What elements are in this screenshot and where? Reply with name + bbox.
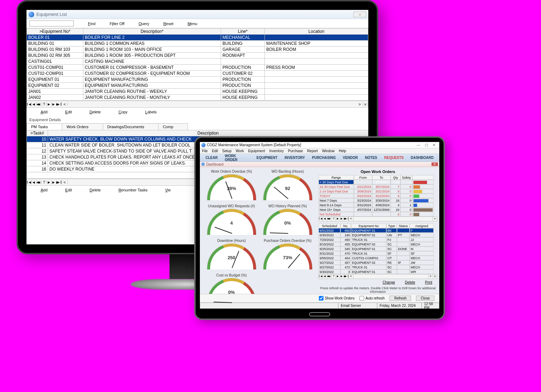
find-menu[interactable]: Find — [88, 22, 95, 26]
menu-report[interactable]: Report — [307, 149, 318, 153]
range-row[interactable]: 15-30 Days Past Due 2/21/2024 3/07/2024 … — [319, 184, 437, 189]
gauge-dial[interactable]: 92 — [263, 174, 313, 200]
schedule-row[interactable]: 9/27/2022 457 EQUIPMENT 02 RE IP JW — [319, 260, 437, 265]
menu-work[interactable]: Work — [236, 149, 244, 153]
table-row[interactable]: JAN01JANITOR CLEANING ROUTINE - WEEKLYHO… — [27, 89, 368, 95]
table-row[interactable]: EQUIPMENT 02EQUIPMENT MANUFACTURINGPRODU… — [27, 83, 368, 89]
nav-fastback-icon[interactable]: ◄◄ — [32, 102, 37, 106]
gauge[interactable]: Unassigned WO Requests (#) 4 — [204, 204, 259, 238]
table-row[interactable]: CUST01-COMP01CUSTOMER 01 COMPRESSOR - BA… — [27, 65, 368, 71]
nav-first-icon[interactable]: I◄ — [27, 102, 32, 106]
menu-inventory[interactable]: Inventory — [269, 149, 284, 153]
ribbon-requests[interactable]: REQUESTS — [384, 156, 404, 160]
minimize-button[interactable]: — — [415, 143, 422, 147]
nav-fwd-icon[interactable]: ► — [47, 102, 52, 106]
edit-button[interactable]: Edit — [65, 110, 72, 114]
nav-scroll-right-icon[interactable]: > — [357, 102, 363, 106]
col-line[interactable]: Line* — [221, 29, 265, 35]
search-input[interactable] — [29, 20, 74, 26]
nav-scroll-left-icon[interactable]: < — [61, 180, 68, 184]
schedule-row[interactable]: 9/30/2022 3 EQUIPMENT 01 SC WR — [319, 269, 437, 274]
hdr-type[interactable]: Type — [386, 224, 397, 228]
hdr-safety[interactable]: Safety — [400, 175, 412, 180]
hdr-scheduled[interactable]: Scheduled — [319, 224, 340, 228]
change-link[interactable]: Change — [383, 280, 395, 284]
hdr-range[interactable]: Range — [319, 175, 354, 180]
col-task-no[interactable]: >Task# — [27, 130, 48, 136]
print-link[interactable]: Print — [425, 280, 432, 284]
sub-close-button[interactable]: ✕ — [432, 162, 438, 166]
tab-work-orders[interactable]: Work Orders — [62, 123, 103, 130]
menu-file[interactable]: File — [202, 149, 208, 153]
add-button[interactable]: Add — [41, 110, 48, 114]
gauge[interactable]: Downtime (Hours) 250 — [204, 239, 259, 273]
ribbon-dashboard[interactable]: DASHBOARD — [411, 156, 434, 160]
schedule-row[interactable]: 6/30/2022 190 EQUIPMENT 01 UN PT MECH — [319, 233, 437, 237]
menu-window[interactable]: Window — [322, 149, 335, 153]
tablet-home-button[interactable] — [309, 312, 330, 316]
query-menu[interactable]: Query — [138, 22, 149, 26]
nav-help-icon[interactable]: ? — [42, 180, 47, 184]
nav-last-icon[interactable]: ►I — [344, 274, 349, 279]
copy-button[interactable]: Copy — [118, 110, 127, 114]
nav-fastfwd-icon[interactable]: ►► — [52, 102, 57, 106]
table-row[interactable]: BUILDING 01BUILDING 1 COMMON AREASBUILDI… — [27, 41, 368, 47]
grid-navigator[interactable]: I◄ ◄◄ ◄ ? ► ►► ►I < > v — [26, 101, 368, 108]
close-button[interactable]: ✕ — [430, 143, 438, 147]
range-navigator[interactable]: I◄◄◄◄?►►►►I < > — [319, 216, 437, 221]
menu-help[interactable]: Help — [339, 149, 346, 153]
schedule-row[interactable]: 7/29/2022 460 TRUCK 01 PJ JJ — [319, 237, 437, 242]
gauge[interactable]: WO Backlog (Hours) 92 — [260, 170, 315, 203]
tab-components[interactable]: Comp — [158, 123, 188, 130]
tab-pm-tasks[interactable]: PM Tasks — [26, 123, 62, 130]
nav-first-icon[interactable]: I◄ — [27, 180, 32, 184]
pm-edit-button[interactable]: Edit — [65, 188, 72, 192]
table-row[interactable]: CUST02-COMP01CUSTOMER 02 COMPRESSOR - EQ… — [27, 71, 368, 77]
pm-view-button[interactable]: Vie — [165, 188, 171, 192]
ribbon-notes[interactable]: NOTES — [365, 156, 377, 160]
pm-add-button[interactable]: Add — [41, 188, 48, 192]
pm-renumber-button[interactable]: Renumber Tasks — [118, 188, 147, 192]
hdr-status[interactable]: Status — [397, 224, 410, 228]
close-button[interactable]: ⨉ — [353, 12, 366, 17]
ribbon-purchasing[interactable]: PURCHASING — [312, 156, 336, 160]
gauge[interactable]: Purchase Orders Overdue (%) 73% — [260, 239, 315, 273]
gauge-dial[interactable]: 4 — [207, 209, 256, 235]
col-task-desc[interactable]: Description — [48, 130, 368, 136]
nav-first-icon[interactable]: I◄ — [319, 217, 323, 221]
ribbon-work-order[interactable]: WORK ORDER — [225, 154, 249, 162]
nav-last-icon[interactable]: ►I — [344, 217, 349, 221]
schedule-row[interactable]: 9/27/2022 472 TRUCK 01 SC MECH — [319, 265, 437, 269]
table-row[interactable]: BOILER 01BOILER FOR LINE 2MECHANICAL — [27, 35, 368, 41]
ribbon-equipment[interactable]: EQUIPMENT — [256, 156, 277, 160]
nav-last-icon[interactable]: ►I — [57, 180, 61, 184]
gauge-dial[interactable]: 0% — [263, 209, 313, 235]
auto-refresh-checkbox[interactable]: Auto refresh — [359, 296, 385, 301]
maximize-button[interactable]: ▢ — [422, 143, 430, 147]
ribbon-clear[interactable]: CLEAR — [206, 156, 218, 160]
nav-first-icon[interactable]: I◄ — [319, 274, 323, 279]
menu-edit[interactable]: Edit — [212, 149, 218, 153]
table-row[interactable]: BUILDING 01 RM 103BUILDING 1 ROOM 103 - … — [27, 47, 368, 53]
schedule-row[interactable]: 8/31/2022 470 TRUCK 01 SF SF — [319, 251, 437, 256]
reset-menu[interactable]: Reset — [163, 22, 173, 26]
table-row[interactable]: JAN02JANITOR CLEANING ROUTINE - MONTHLYH… — [27, 95, 368, 101]
table-row[interactable]: CASTING01CASTING MACHINE — [27, 59, 368, 65]
hdr-eqno[interactable]: Equipment No — [351, 224, 386, 228]
show-wo-checkbox[interactable]: Show Work Orders — [319, 296, 355, 301]
schedule-row[interactable]: 8/25/2022 345 EQUIPMENT 01 SC DONE M — [319, 247, 437, 251]
range-row[interactable]: 1-14 Days Past Due 3/08/2024 3/21/2024 9… — [319, 189, 437, 194]
gauge-dial[interactable]: 73% — [263, 243, 313, 269]
range-row[interactable]: Next 15+ Days 4/07/2024 12/31/9999 24 0 — [319, 207, 437, 212]
pm-delete-button[interactable]: Delete — [90, 188, 101, 192]
col-description[interactable]: Description* — [83, 29, 221, 35]
ribbon-vendor[interactable]: VENDOR — [343, 156, 358, 160]
menu-purchase[interactable]: Purchase — [288, 149, 303, 153]
equipment-grid[interactable]: >Equipment No* Description* Line* Locati… — [26, 28, 368, 101]
nav-fastfwd-icon[interactable]: ►► — [52, 180, 57, 184]
hdr-from[interactable]: From — [354, 175, 372, 180]
table-row[interactable]: EQUIPMENT 01EQUIPMENT MANUFACTURINGPRODU… — [27, 77, 368, 83]
schedule-row[interactable]: 6/01/2022 692 EQUIPMENT 01 BK F — [319, 228, 437, 233]
table-row[interactable]: BUILDING 02 RM 305BUILDING 1 ROOM 305 - … — [27, 53, 368, 59]
hdr-to[interactable]: To — [372, 175, 391, 180]
